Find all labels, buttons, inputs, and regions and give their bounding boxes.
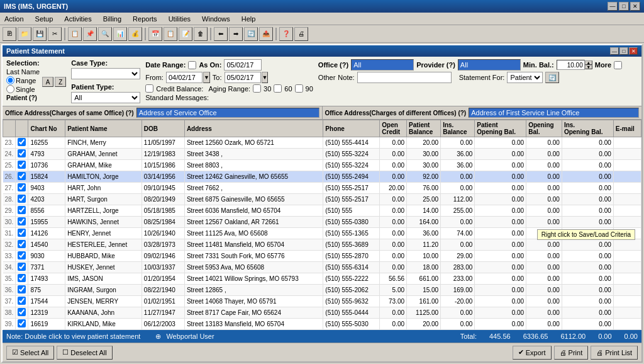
row-checkbox[interactable] <box>18 240 26 248</box>
menu-billing[interactable]: Billing <box>101 14 123 23</box>
range-radio[interactable] <box>6 76 14 84</box>
toolbar-btn-3[interactable]: 💾 <box>33 27 47 41</box>
row-checkbox[interactable] <box>18 172 26 180</box>
provider-input[interactable] <box>458 59 521 71</box>
table-row[interactable]: 23. 16255 FINCH, Merry 11/05/1997 Street… <box>3 137 641 149</box>
a-button[interactable]: A <box>42 77 53 87</box>
close-button[interactable]: ✕ <box>630 2 640 11</box>
print-list-button[interactable]: 🖨 Print List <box>591 346 638 360</box>
table-row[interactable]: 30. 15955 HAWKINS, Jennet 08/25/1984 Str… <box>3 217 641 228</box>
toolbar-btn-14[interactable]: ⬅ <box>214 27 228 41</box>
from-date-select[interactable]: ▼ <box>166 72 210 83</box>
row-checkbox-cell[interactable] <box>16 262 28 273</box>
table-row[interactable]: 33. 9030 HUBBARD, Mike 09/02/1946 Street… <box>3 251 641 262</box>
to-date-select[interactable]: ▼ <box>225 72 269 83</box>
row-checkbox-cell[interactable] <box>16 217 28 228</box>
toolbar-btn-16[interactable]: 🔄 <box>244 27 258 41</box>
menu-action[interactable]: Action <box>3 14 26 23</box>
more-checkbox[interactable] <box>614 61 622 69</box>
right-address-input[interactable]: Address of First Service Line Office <box>469 108 639 118</box>
table-row[interactable]: 26. 15824 HAMILTON, Jorge 03/14/1956 Str… <box>3 171 641 183</box>
age90-checkbox[interactable] <box>295 84 303 93</box>
min-bal-input[interactable] <box>557 60 585 70</box>
table-row[interactable]: 35. 17493 IMS, JASON 01/20/1954 Street 1… <box>3 273 641 285</box>
menu-utilities[interactable]: Utilities <box>167 14 192 23</box>
table-row[interactable]: 24. 4793 GRAHAM, Jennet 12/19/1983 Stree… <box>3 149 641 160</box>
toolbar-btn-12[interactable]: 📝 <box>179 27 192 41</box>
row-checkbox-cell[interactable] <box>16 285 28 296</box>
table-row[interactable]: 34. 7371 HUSKEY, Jennet 10/03/1937 Stree… <box>3 262 641 273</box>
case-type-select[interactable] <box>71 68 140 79</box>
restore-button[interactable]: □ <box>619 2 629 11</box>
date-range-checkbox[interactable] <box>188 61 196 69</box>
menu-activities[interactable]: Activities <box>62 14 93 23</box>
toolbar-btn-9[interactable]: 💰 <box>128 27 142 41</box>
toolbar-btn-11[interactable]: 📋 <box>164 27 177 41</box>
to-date-btn[interactable]: ▼ <box>262 72 269 83</box>
as-on-input[interactable] <box>224 59 262 71</box>
menu-setup[interactable]: Setup <box>33 14 55 23</box>
office-input[interactable] <box>351 59 414 71</box>
toolbar-btn-17[interactable]: 📤 <box>259 27 273 41</box>
row-checkbox[interactable] <box>18 308 26 316</box>
single-radio[interactable] <box>6 85 14 93</box>
menu-help[interactable]: Help <box>240 14 258 23</box>
from-date-input[interactable] <box>166 72 203 83</box>
row-checkbox-cell[interactable] <box>16 239 28 251</box>
menu-reports[interactable]: Reports <box>131 14 159 23</box>
row-checkbox-cell[interactable] <box>16 307 28 319</box>
row-checkbox[interactable] <box>18 217 26 225</box>
deselect-all-button[interactable]: ☐ Deselect All <box>57 346 112 360</box>
row-checkbox-cell[interactable] <box>16 137 28 149</box>
row-checkbox-cell[interactable] <box>16 149 28 160</box>
from-date-btn[interactable]: ▼ <box>203 72 210 83</box>
other-note-input[interactable] <box>357 72 452 83</box>
age60-checkbox[interactable] <box>274 84 282 93</box>
to-date-input[interactable] <box>225 72 261 83</box>
toolbar-btn-1[interactable]: 🖹 <box>3 27 16 41</box>
left-address-input[interactable]: Address of Service Office <box>136 108 319 118</box>
min-bal-down[interactable]: ▼ <box>585 65 592 69</box>
row-checkbox-cell[interactable] <box>16 228 28 239</box>
toolbar-btn-13[interactable]: 🗑 <box>194 27 208 41</box>
table-row[interactable]: 27. 9403 HART, John 09/10/1945 Street 76… <box>3 183 641 194</box>
table-row[interactable]: 25. 10736 GRAHAM, Mike 10/15/1986 Street… <box>3 160 641 171</box>
table-row[interactable]: 37. 17544 JENSEN, MERRY 01/02/1951 Stree… <box>3 296 641 307</box>
window-restore[interactable]: □ <box>619 47 628 55</box>
row-checkbox-cell[interactable] <box>16 183 28 194</box>
toolbar-btn-6[interactable]: 📌 <box>83 27 97 41</box>
row-checkbox-cell[interactable] <box>16 171 28 183</box>
row-checkbox[interactable] <box>18 229 26 237</box>
min-bal-up[interactable]: ▲ <box>585 60 592 65</box>
row-checkbox-cell[interactable] <box>16 273 28 285</box>
row-checkbox-cell[interactable] <box>16 319 28 330</box>
menu-windows[interactable]: Windows <box>200 14 232 23</box>
table-row[interactable]: 36. 875 INGRAM, Surgon 08/22/1940 Street… <box>3 285 641 296</box>
row-checkbox[interactable] <box>18 274 26 282</box>
toolbar-btn-4[interactable]: ✂ <box>48 27 62 41</box>
row-checkbox[interactable] <box>18 251 26 259</box>
toolbar-btn-19[interactable]: 🖨 <box>294 27 308 41</box>
table-row[interactable]: 38. 12319 KAANANA, John 11/27/1947 Stree… <box>3 307 641 319</box>
row-checkbox[interactable] <box>18 206 26 214</box>
table-row[interactable]: 28. 4203 HART, Surgon 08/20/1949 Street … <box>3 194 641 205</box>
toolbar-btn-18[interactable]: ❓ <box>279 27 293 41</box>
print-button[interactable]: 🖨 Print <box>554 346 589 360</box>
toolbar-btn-8[interactable]: 📊 <box>113 27 127 41</box>
table-row[interactable]: 32. 14540 HESTERLEE, Jennet 03/28/1973 S… <box>3 239 641 251</box>
row-checkbox-cell[interactable] <box>16 296 28 307</box>
minimize-button[interactable]: — <box>608 2 618 11</box>
row-checkbox[interactable] <box>18 195 26 203</box>
toolbar-btn-2[interactable]: 📁 <box>18 27 31 41</box>
statement-for-select[interactable]: Patient <box>507 72 543 83</box>
table-row[interactable]: 39. 16619 KIRKLAND, Mike 06/12/2003 Stre… <box>3 319 641 330</box>
row-checkbox-cell[interactable] <box>16 251 28 262</box>
row-checkbox[interactable] <box>18 161 26 169</box>
credit-balance-checkbox[interactable] <box>145 84 153 93</box>
row-checkbox[interactable] <box>18 285 26 293</box>
window-minimize[interactable]: — <box>610 47 619 55</box>
select-all-button[interactable]: ☑ Select All <box>6 346 54 360</box>
row-checkbox-cell[interactable] <box>16 160 28 171</box>
row-checkbox[interactable] <box>18 183 26 191</box>
toolbar-btn-15[interactable]: ➡ <box>229 27 243 41</box>
